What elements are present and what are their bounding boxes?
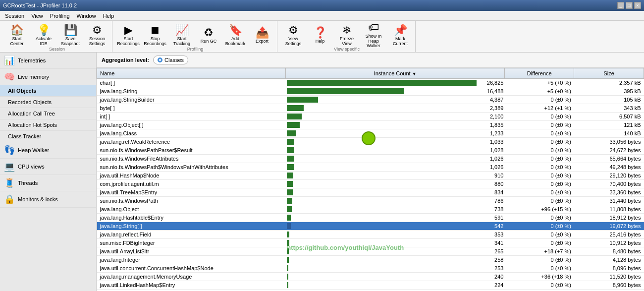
show-in-heap-walker-icon: 🏷 xyxy=(368,22,379,33)
table-row[interactable]: sun.nio.fs.WindowsPath$WindowsPathWithAt… xyxy=(97,163,644,172)
table-row[interactable]: java.lang.ref.WeakReference1,0330 (±0 %)… xyxy=(97,138,644,146)
class-name-cell: java.lang.reflect.Field xyxy=(97,231,286,239)
session-group-label: Session xyxy=(49,47,65,52)
difference-cell: 0 (±0 %) xyxy=(504,264,574,273)
table-row[interactable]: java.lang.StringBuilder4,3870 (±0 %)105 … xyxy=(97,96,644,104)
sidebar-item-live-memory[interactable]: 🧠 Live memory xyxy=(0,69,96,85)
name-column-header[interactable]: Name xyxy=(97,68,286,79)
stop-recordings-button[interactable]: ⏹ StopRecordings xyxy=(142,23,168,49)
difference-cell: 0 (±0 %) xyxy=(504,256,574,264)
run-gc-button[interactable]: ♻ Run GC xyxy=(196,23,221,49)
content-area: Aggregation level: Classes Name Instance… xyxy=(97,53,644,291)
close-button[interactable]: × xyxy=(634,2,641,9)
difference-cell: 0 (±0 %) xyxy=(504,138,574,146)
table-row[interactable]: java.lang.String[ ]5420 (±0 %)19,072 byt… xyxy=(97,222,644,231)
sidebar-item-telemetries[interactable]: 📊 Telemetries xyxy=(0,53,96,69)
sidebar-item-threads[interactable]: 🧵 Threads xyxy=(0,175,96,191)
menu-item-session[interactable]: Session xyxy=(2,12,27,20)
difference-cell: 0 (±0 %) xyxy=(504,222,574,231)
data-table[interactable]: Name Instance Count ▼ Difference Size ch… xyxy=(97,68,644,291)
export-button[interactable]: 📤 Export xyxy=(249,23,275,49)
start-center-icon: 🏠 xyxy=(10,25,24,36)
instance-count-cell: 1,026 xyxy=(286,163,505,172)
table-row[interactable]: java.lang.Hashtable$Entry5910 (±0 %)18,9… xyxy=(97,214,644,222)
minimize-button[interactable]: _ xyxy=(617,2,624,9)
table-row[interactable]: java.lang.management.MemoryUsage240+36 (… xyxy=(97,273,644,281)
menu-item-window[interactable]: Window xyxy=(74,12,99,20)
size-cell: 2,357 kB xyxy=(574,79,644,87)
mark-current-button[interactable]: 📌 MarkCurrent xyxy=(387,23,413,49)
menu-item-help[interactable]: Help xyxy=(100,12,117,20)
instance-count-cell: 591 xyxy=(286,214,505,222)
monitors-locks-icon: 🔒 xyxy=(4,194,15,205)
sidebar-item-monitors-locks[interactable]: 🔒 Monitors & locks xyxy=(0,191,96,208)
table-row[interactable]: sun.nio.fs.WindowsPath7860 (±0 %)31,440 … xyxy=(97,197,644,205)
start-recordings-button[interactable]: ▶ StartRecordings xyxy=(115,23,141,49)
aggregation-classes-option[interactable]: Classes xyxy=(153,56,188,64)
session-settings-button[interactable]: ⚙ SessionSettings xyxy=(84,23,110,49)
table-row[interactable]: sun.nio.fs.WindowsPathParser$Result1,028… xyxy=(97,146,644,155)
table-row[interactable]: sun.misc.FDBigInteger3410 (±0 %)10,912 b… xyxy=(97,239,644,247)
size-cell: 105 kB xyxy=(574,96,644,104)
difference-column-header[interactable]: Difference xyxy=(504,68,574,79)
sidebar-item-heap-walker[interactable]: 👣 Heap Walker xyxy=(0,142,96,159)
table-row[interactable]: java.util.concurrent.ConcurrentHashMap$N… xyxy=(97,264,644,273)
sidebar-item-allocation-hot-spots[interactable]: Allocation Hot Spots xyxy=(0,119,96,131)
table-row[interactable]: java.lang.reflect.Field3530 (±0 %)25,416… xyxy=(97,231,644,239)
table-row[interactable]: java.lang.Object738+96 (+15 %)11,808 byt… xyxy=(97,205,644,214)
difference-cell: +5 (+0 %) xyxy=(504,79,574,87)
size-cell: 33,360 bytes xyxy=(574,188,644,197)
monitors-locks-label: Monitors & locks xyxy=(18,196,58,202)
table-row[interactable]: java.lang.Integer2580 (±0 %)4,128 bytes xyxy=(97,256,644,264)
class-name-cell: java.lang.ref.WeakReference xyxy=(97,138,286,146)
menu-item-view[interactable]: View xyxy=(28,12,46,20)
table-row[interactable]: int[ ]2,1000 (±0 %)6,507 kB xyxy=(97,113,644,121)
difference-cell: +5 (+0 %) xyxy=(504,87,574,96)
toolbar-group-view-specific: ⚙ ViewSettings ❓ Help ❄ FreezeView 🏷 Sho… xyxy=(278,21,416,53)
size-cell: 70,400 bytes xyxy=(574,180,644,188)
table-row[interactable]: com.jprofiler.agent.util.m8800 (±0 %)70,… xyxy=(97,180,644,188)
sidebar-item-cpu-views[interactable]: 💻 CPU views xyxy=(0,159,96,175)
maximize-button[interactable]: □ xyxy=(626,2,633,9)
table-row[interactable]: java.util.HashMap$Node9100 (±0 %)29,120 … xyxy=(97,172,644,180)
freeze-button[interactable]: ❄ FreezeView xyxy=(334,23,360,49)
sidebar-item-allocation-call-tree[interactable]: Allocation Call Tree xyxy=(0,108,96,119)
table-row[interactable]: sun.nio.fs.WindowsFileAttributes1,0260 (… xyxy=(97,155,644,163)
table-row[interactable]: java.lang.Object[ ]1,8350 (±0 %)121 kB xyxy=(97,121,644,129)
sidebar-item-recorded-objects[interactable]: Recorded Objects xyxy=(0,97,96,108)
table-row[interactable]: java.util.LinkedHashMap$Entry2240 (±0 %)… xyxy=(97,281,644,290)
view-settings-button[interactable]: ⚙ ViewSettings xyxy=(280,23,306,49)
start-tracking-button[interactable]: 📈 StartTracking xyxy=(169,23,195,49)
size-cell: 8,096 bytes xyxy=(574,264,644,273)
table-row[interactable]: char[ ]26,825+5 (+0 %)2,357 kB xyxy=(97,79,644,87)
freeze-icon: ❄ xyxy=(342,25,351,36)
difference-cell: 0 (±0 %) xyxy=(504,146,574,155)
window-controls[interactable]: _ □ × xyxy=(617,2,641,9)
table-body: char[ ]26,825+5 (+0 %)2,357 kBjava.lang.… xyxy=(97,79,644,290)
table-row[interactable]: java.util.TreeMap$Entry8340 (±0 %)33,360… xyxy=(97,188,644,197)
toolbar-group-profiling: ▶ StartRecordings ⏹ StopRecordings 📈 Sta… xyxy=(113,21,277,53)
table-header-row: Name Instance Count ▼ Difference Size xyxy=(97,68,644,79)
sidebar-item-class-tracker[interactable]: Class Tracker xyxy=(0,131,96,142)
difference-cell: 0 (±0 %) xyxy=(504,129,574,138)
sidebar-item-all-objects[interactable]: All Objects xyxy=(0,85,96,97)
difference-cell: 0 (±0 %) xyxy=(504,172,574,180)
help-button[interactable]: ❓ Help xyxy=(307,23,333,49)
table-row[interactable]: java.lang.Class1,2330 (±0 %)140 kB xyxy=(97,129,644,138)
table-row[interactable]: java.lang.String16,488+5 (+0 %)395 kB xyxy=(97,87,644,96)
size-column-header[interactable]: Size xyxy=(574,68,644,79)
show-in-heap-walker-button[interactable]: 🏷 Show InHeap Walker xyxy=(361,23,386,49)
size-cell: 65,664 bytes xyxy=(574,155,644,163)
instance-count-cell: 880 xyxy=(286,180,505,188)
menu-item-profiling[interactable]: Profiling xyxy=(47,12,73,20)
table-row[interactable]: java.util.ArrayList$Itr265+18 (+7 %)8,48… xyxy=(97,247,644,256)
save-snapshot-button[interactable]: 💾 SaveSnapshot xyxy=(57,23,83,49)
instance-count-column-header[interactable]: Instance Count ▼ xyxy=(286,68,505,79)
add-bookmark-button[interactable]: 🔖 AddBookmark xyxy=(222,23,248,49)
start-center-button[interactable]: 🏠 StartCenter xyxy=(4,23,30,49)
table-row[interactable]: byte[ ]2,389+12 (+1 %)343 kB xyxy=(97,104,644,113)
activate-ide-button[interactable]: 💡 ActivateIDE xyxy=(31,23,56,49)
start-recordings-label: StartRecordings xyxy=(117,37,140,47)
class-name-cell: java.lang.Class xyxy=(97,129,286,138)
allocation-hot-spots-label: Allocation Hot Spots xyxy=(8,122,57,128)
